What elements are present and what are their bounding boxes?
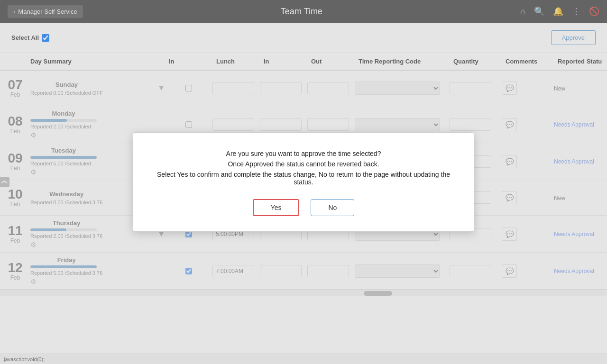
modal-overlay: Are you sure you want to approve the tim… [0,0,607,364]
modal-line2: Once Approved the status cannot be rever… [156,160,451,168]
modal-box: Are you sure you want to approve the tim… [133,132,474,232]
modal-yes-button[interactable]: Yes [253,199,300,216]
modal-buttons: Yes No [156,199,451,216]
modal-no-button[interactable]: No [311,199,354,216]
modal-line3: Select Yes to confirm and complete the s… [156,171,451,186]
modal-line1: Are you sure you want to approve the tim… [156,150,451,157]
